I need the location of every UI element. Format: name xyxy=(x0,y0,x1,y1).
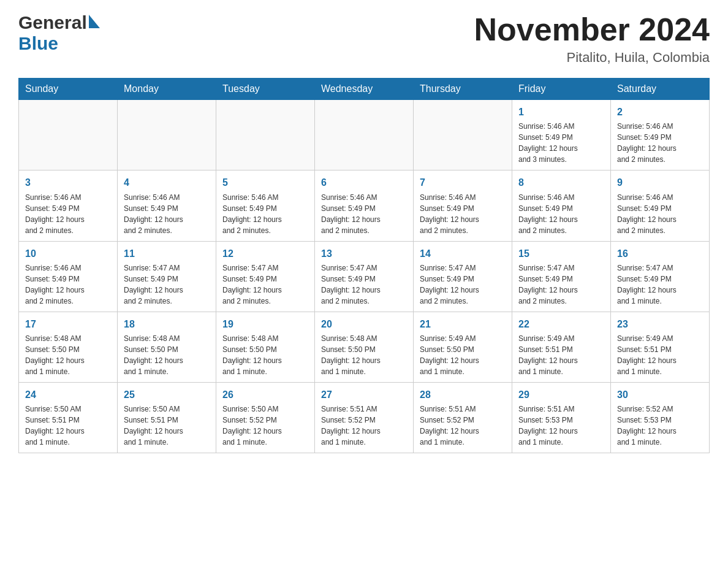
weekday-header-monday: Monday xyxy=(118,79,216,100)
page-header: General Blue November 2024 Pitalito, Hui… xyxy=(18,12,710,66)
day-number: 16 xyxy=(617,247,703,261)
calendar-day-cell: 4Sunrise: 5:46 AMSunset: 5:49 PMDaylight… xyxy=(118,170,216,241)
day-number: 2 xyxy=(617,105,703,119)
calendar-day-cell: 3Sunrise: 5:46 AMSunset: 5:49 PMDaylight… xyxy=(19,170,118,241)
day-number: 13 xyxy=(321,247,407,261)
calendar-day-cell: 30Sunrise: 5:52 AMSunset: 5:53 PMDayligh… xyxy=(611,382,710,453)
day-info: Sunrise: 5:49 AMSunset: 5:50 PMDaylight:… xyxy=(420,333,506,377)
day-info: Sunrise: 5:49 AMSunset: 5:51 PMDaylight:… xyxy=(518,333,604,377)
day-number: 10 xyxy=(25,247,111,261)
calendar-day-cell: 29Sunrise: 5:51 AMSunset: 5:53 PMDayligh… xyxy=(512,382,611,453)
day-number: 5 xyxy=(222,175,308,190)
calendar-day-cell: 18Sunrise: 5:48 AMSunset: 5:50 PMDayligh… xyxy=(118,312,216,382)
calendar-day-cell: 6Sunrise: 5:46 AMSunset: 5:49 PMDaylight… xyxy=(315,170,414,241)
weekday-header-wednesday: Wednesday xyxy=(315,79,414,100)
day-number: 12 xyxy=(222,247,308,261)
day-number: 9 xyxy=(617,175,703,190)
calendar-day-cell: 8Sunrise: 5:46 AMSunset: 5:49 PMDaylight… xyxy=(512,170,611,241)
calendar-day-cell: 16Sunrise: 5:47 AMSunset: 5:49 PMDayligh… xyxy=(611,241,710,312)
day-number: 27 xyxy=(321,388,407,402)
day-number: 4 xyxy=(124,175,210,190)
calendar-week-row: 3Sunrise: 5:46 AMSunset: 5:49 PMDaylight… xyxy=(19,170,710,241)
day-number: 22 xyxy=(518,317,604,331)
weekday-header-thursday: Thursday xyxy=(414,79,512,100)
day-number: 20 xyxy=(321,317,407,331)
day-number: 8 xyxy=(518,175,604,190)
day-number: 21 xyxy=(420,317,506,331)
day-number: 7 xyxy=(420,175,506,190)
svg-marker-0 xyxy=(89,15,100,28)
calendar-day-cell xyxy=(315,100,414,170)
day-info: Sunrise: 5:50 AMSunset: 5:51 PMDaylight:… xyxy=(124,404,210,448)
calendar-day-cell: 19Sunrise: 5:48 AMSunset: 5:50 PMDayligh… xyxy=(216,312,315,382)
weekday-header-friday: Friday xyxy=(512,79,611,100)
day-info: Sunrise: 5:47 AMSunset: 5:49 PMDaylight:… xyxy=(321,262,407,307)
day-info: Sunrise: 5:48 AMSunset: 5:50 PMDaylight:… xyxy=(321,333,407,377)
day-info: Sunrise: 5:47 AMSunset: 5:49 PMDaylight:… xyxy=(617,262,703,307)
calendar-table: SundayMondayTuesdayWednesdayThursdayFrid… xyxy=(18,78,710,453)
calendar-day-cell: 25Sunrise: 5:50 AMSunset: 5:51 PMDayligh… xyxy=(118,382,216,453)
calendar-day-cell: 15Sunrise: 5:47 AMSunset: 5:49 PMDayligh… xyxy=(512,241,611,312)
day-number: 19 xyxy=(222,317,308,331)
weekday-header-row: SundayMondayTuesdayWednesdayThursdayFrid… xyxy=(19,79,710,100)
location-subtitle: Pitalito, Huila, Colombia xyxy=(474,50,710,66)
day-number: 15 xyxy=(518,247,604,261)
calendar-day-cell: 26Sunrise: 5:50 AMSunset: 5:52 PMDayligh… xyxy=(216,382,315,453)
day-number: 29 xyxy=(518,388,604,402)
day-info: Sunrise: 5:51 AMSunset: 5:52 PMDaylight:… xyxy=(321,404,407,448)
day-number: 3 xyxy=(25,175,111,190)
day-number: 30 xyxy=(617,388,703,402)
day-info: Sunrise: 5:47 AMSunset: 5:49 PMDaylight:… xyxy=(420,262,506,307)
day-info: Sunrise: 5:48 AMSunset: 5:50 PMDaylight:… xyxy=(222,333,308,377)
logo-triangle-icon xyxy=(89,15,100,31)
day-info: Sunrise: 5:46 AMSunset: 5:49 PMDaylight:… xyxy=(222,192,308,236)
calendar-day-cell: 12Sunrise: 5:47 AMSunset: 5:49 PMDayligh… xyxy=(216,241,315,312)
day-info: Sunrise: 5:47 AMSunset: 5:49 PMDaylight:… xyxy=(222,262,308,307)
day-info: Sunrise: 5:51 AMSunset: 5:52 PMDaylight:… xyxy=(420,404,506,448)
day-number: 17 xyxy=(25,317,111,331)
calendar-week-row: 17Sunrise: 5:48 AMSunset: 5:50 PMDayligh… xyxy=(19,312,710,382)
day-info: Sunrise: 5:46 AMSunset: 5:49 PMDaylight:… xyxy=(617,192,703,236)
calendar-day-cell: 9Sunrise: 5:46 AMSunset: 5:49 PMDaylight… xyxy=(611,170,710,241)
calendar-day-cell: 2Sunrise: 5:46 AMSunset: 5:49 PMDaylight… xyxy=(611,100,710,170)
month-year-title: November 2024 xyxy=(474,12,710,47)
calendar-day-cell xyxy=(19,100,118,170)
day-number: 26 xyxy=(222,388,308,402)
day-info: Sunrise: 5:46 AMSunset: 5:49 PMDaylight:… xyxy=(25,192,111,236)
logo: General Blue xyxy=(18,12,100,54)
day-info: Sunrise: 5:46 AMSunset: 5:49 PMDaylight:… xyxy=(617,121,703,165)
day-info: Sunrise: 5:46 AMSunset: 5:49 PMDaylight:… xyxy=(420,192,506,236)
day-info: Sunrise: 5:46 AMSunset: 5:49 PMDaylight:… xyxy=(518,121,604,165)
calendar-day-cell: 24Sunrise: 5:50 AMSunset: 5:51 PMDayligh… xyxy=(19,382,118,453)
day-info: Sunrise: 5:52 AMSunset: 5:53 PMDaylight:… xyxy=(617,404,703,448)
day-number: 1 xyxy=(518,105,604,119)
weekday-header-saturday: Saturday xyxy=(611,79,710,100)
day-number: 28 xyxy=(420,388,506,402)
calendar-day-cell: 1Sunrise: 5:46 AMSunset: 5:49 PMDaylight… xyxy=(512,100,611,170)
day-info: Sunrise: 5:50 AMSunset: 5:51 PMDaylight:… xyxy=(25,404,111,448)
calendar-day-cell: 28Sunrise: 5:51 AMSunset: 5:52 PMDayligh… xyxy=(414,382,512,453)
calendar-day-cell: 27Sunrise: 5:51 AMSunset: 5:52 PMDayligh… xyxy=(315,382,414,453)
calendar-day-cell: 21Sunrise: 5:49 AMSunset: 5:50 PMDayligh… xyxy=(414,312,512,382)
calendar-day-cell: 7Sunrise: 5:46 AMSunset: 5:49 PMDaylight… xyxy=(414,170,512,241)
day-number: 6 xyxy=(321,175,407,190)
logo-general-text: General xyxy=(18,12,87,33)
calendar-day-cell: 17Sunrise: 5:48 AMSunset: 5:50 PMDayligh… xyxy=(19,312,118,382)
weekday-header-tuesday: Tuesday xyxy=(216,79,315,100)
day-number: 18 xyxy=(124,317,210,331)
calendar-day-cell: 10Sunrise: 5:46 AMSunset: 5:49 PMDayligh… xyxy=(19,241,118,312)
day-info: Sunrise: 5:46 AMSunset: 5:49 PMDaylight:… xyxy=(25,262,111,307)
day-info: Sunrise: 5:47 AMSunset: 5:49 PMDaylight:… xyxy=(124,262,210,307)
calendar-day-cell xyxy=(216,100,315,170)
calendar-day-cell xyxy=(414,100,512,170)
day-info: Sunrise: 5:46 AMSunset: 5:49 PMDaylight:… xyxy=(321,192,407,236)
calendar-day-cell xyxy=(118,100,216,170)
calendar-day-cell: 14Sunrise: 5:47 AMSunset: 5:49 PMDayligh… xyxy=(414,241,512,312)
calendar-week-row: 1Sunrise: 5:46 AMSunset: 5:49 PMDaylight… xyxy=(19,100,710,170)
day-number: 14 xyxy=(420,247,506,261)
day-number: 23 xyxy=(617,317,703,331)
day-info: Sunrise: 5:50 AMSunset: 5:52 PMDaylight:… xyxy=(222,404,308,448)
day-number: 11 xyxy=(124,247,210,261)
day-number: 24 xyxy=(25,388,111,402)
day-info: Sunrise: 5:46 AMSunset: 5:49 PMDaylight:… xyxy=(518,192,604,236)
